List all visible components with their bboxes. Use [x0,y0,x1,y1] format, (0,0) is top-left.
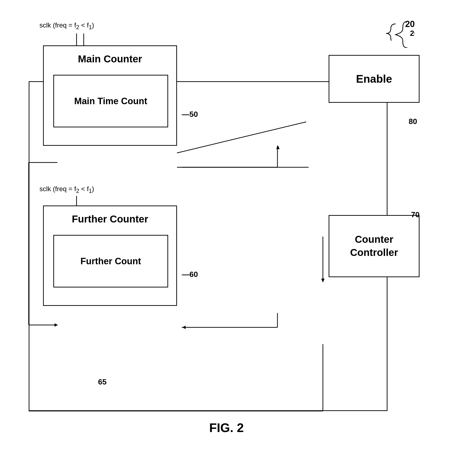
counter-controller-label: Counter Controller [350,233,398,259]
further-count-box: Further Count [53,235,168,288]
further-counter-block: Further Counter Further Count [43,206,177,306]
main-time-count-box: Main Time Count [53,75,168,127]
enable-block: Enable [329,55,419,103]
sclk-label-2: sclk (freq = f2 < f1) [39,185,94,194]
ref-50: —50 [182,110,198,119]
main-counter-block: Main Counter Main Time Count [43,45,177,146]
sclk-label-1: sclk (freq = f2 < f1) [39,21,94,31]
counter-controller-block: Counter Controller [329,215,419,277]
ref-70: 70 [411,210,419,219]
further-count-label: Further Count [80,256,141,266]
svg-text:20: 20 [410,29,415,38]
ref-20-bracket: 20 [391,19,415,48]
enable-label: Enable [356,72,392,85]
ref-65: 65 [98,378,107,386]
main-counter-label: Main Counter [44,53,176,65]
further-counter-label: Further Counter [44,213,176,225]
main-time-count-label: Main Time Count [74,96,147,106]
ref-60: —60 [182,270,198,279]
ref-80: 80 [409,117,417,126]
fig-caption: FIG. 2 [209,421,244,435]
